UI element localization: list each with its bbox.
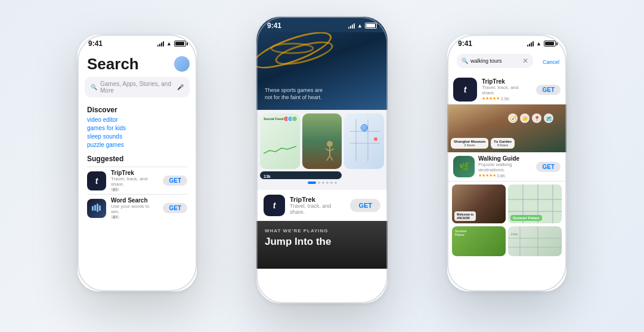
wifi-center-icon: ▲ bbox=[357, 23, 363, 29]
walking-guide-count: 3.8K bbox=[497, 174, 505, 178]
right-triptrek-icon: t bbox=[453, 78, 477, 102]
discover-link-4[interactable]: puzzle games bbox=[87, 142, 187, 148]
triptrek-get-button[interactable]: GET bbox=[163, 176, 187, 186]
battery-center-icon bbox=[365, 23, 377, 29]
right-search-bar[interactable]: 🔍 walking tours ✕ bbox=[457, 54, 533, 68]
signal-right-icon bbox=[527, 41, 534, 47]
walking-hero: Shanghai Museum 2 hours Yu Garden 9 hour… bbox=[447, 104, 566, 152]
right-search-value: walking tours bbox=[470, 58, 520, 64]
feed-chart bbox=[264, 145, 296, 157]
scroll-dot-active bbox=[308, 182, 316, 184]
wordsearch-rating: 4+ bbox=[111, 215, 158, 219]
center-triptrek-name: TripTrek bbox=[290, 196, 345, 203]
right-search-row: 🔍 walking tours ✕ Cancel bbox=[447, 50, 566, 75]
svg-text:☀️: ☀️ bbox=[522, 115, 529, 122]
discover-link-2[interactable]: games for kids bbox=[87, 125, 187, 131]
right-clear-button[interactable]: ✕ bbox=[522, 57, 528, 65]
scroll-dot-2 bbox=[322, 182, 324, 184]
time-center: 9:41 bbox=[267, 21, 281, 30]
what-title: Jump Into the bbox=[265, 236, 379, 248]
center-cards-area: Social Feed bbox=[256, 110, 388, 190]
scroll-dot-4 bbox=[330, 182, 333, 184]
walking-get-button[interactable]: GET bbox=[536, 162, 561, 172]
walking-guide-row: 🌿 Walking Guide Popular walking destinat… bbox=[447, 152, 566, 182]
battery-right-icon bbox=[544, 41, 556, 47]
walking-guide-rating: ★★★★★ 3.8K bbox=[478, 173, 532, 178]
wordsearch-badge: 4+ bbox=[111, 215, 119, 219]
phone-center: 9:41 ▲ These sports games are not for th… bbox=[256, 17, 388, 303]
wave-label: 13k bbox=[264, 174, 271, 179]
shanghai-marker: Shanghai Museum 2 hours bbox=[451, 138, 488, 149]
right-triptrek-sub: Travel, track, and share. bbox=[482, 85, 531, 96]
status-icons-center: ▲ bbox=[348, 23, 377, 29]
walking-guide-stars: ★★★★★ bbox=[478, 173, 496, 178]
wave-svg bbox=[260, 171, 342, 180]
search-placeholder: Games, Apps, Stories, and More bbox=[100, 81, 174, 94]
wordsearch-icon bbox=[87, 199, 106, 218]
discover-section: Discover video editor games for kids sle… bbox=[78, 103, 197, 152]
status-bar-left: 9:41 ▲ bbox=[78, 35, 197, 50]
svg-rect-1 bbox=[94, 205, 96, 211]
discover-title: Discover bbox=[87, 106, 187, 114]
discover-link-3[interactable]: sleep sounds bbox=[87, 133, 187, 140]
avatar-cluster bbox=[285, 116, 298, 122]
svg-line-10 bbox=[330, 156, 333, 161]
wifi-icon: ▲ bbox=[166, 41, 172, 47]
svg-point-5 bbox=[327, 141, 333, 147]
what-section: WHAT WE'RE PLAYING Jump Into the bbox=[256, 221, 388, 269]
scroll-dot-3 bbox=[326, 182, 329, 184]
wordsearch-get-button[interactable]: GET bbox=[163, 203, 187, 213]
scroll-dot-5 bbox=[335, 182, 337, 184]
svg-rect-3 bbox=[99, 205, 101, 211]
city-nav-icons: 🧭 ☀️ 📍 🗺️ bbox=[507, 109, 555, 127]
summer-palace-card: SummerPalace bbox=[452, 226, 506, 256]
svg-text:2 km: 2 km bbox=[511, 232, 518, 236]
right-cancel-button[interactable]: Cancel bbox=[539, 59, 563, 65]
left-phone-content: Search 🔍 Games, Apps, Stories, and More … bbox=[78, 50, 197, 291]
center-triptrek-icon: t bbox=[264, 195, 285, 216]
status-bar-right: 9:41 ▲ bbox=[447, 35, 566, 50]
wifi-right-icon: ▲ bbox=[536, 41, 541, 47]
walking-guide-name: Walking Guide bbox=[478, 155, 532, 162]
suggested-title: Suggested bbox=[87, 155, 187, 163]
center-get-button[interactable]: GET bbox=[350, 199, 380, 212]
phone-right: 9:41 ▲ 🔍 walking tours ✕ Cancel bbox=[447, 35, 566, 291]
svg-text:📍: 📍 bbox=[534, 115, 541, 122]
walking-guide-sub: Popular walking destinations. bbox=[478, 162, 532, 173]
right-triptrek-get-button[interactable]: GET bbox=[536, 85, 561, 95]
right-triptrek-count: 2.5K bbox=[501, 97, 509, 101]
search-icon: 🔍 bbox=[91, 84, 97, 90]
shanghai-sub: 2 hours bbox=[454, 143, 485, 147]
triptrek-name: TripTrek bbox=[111, 170, 158, 176]
triptrek-icon: t bbox=[87, 171, 106, 190]
time-left: 9:41 bbox=[88, 39, 103, 48]
signal-icon bbox=[157, 41, 164, 47]
search-bar[interactable]: 🔍 Games, Apps, Stories, and More 🎤 bbox=[85, 77, 190, 97]
svg-line-9 bbox=[327, 156, 330, 161]
right-more-grid: SummerPalace 2 km bbox=[447, 226, 566, 259]
right-triptrek-row: t TripTrek Travel, track, and share. ★★★… bbox=[447, 75, 566, 104]
center-triptrek-sub: Travel, track, and share. bbox=[290, 203, 345, 215]
center-triptrek-row: t TripTrek Travel, track, and share. GET bbox=[256, 190, 388, 221]
right-triptrek-name: TripTrek bbox=[482, 78, 531, 85]
time-right: 9:41 bbox=[458, 39, 472, 48]
scroll-dots bbox=[260, 179, 384, 186]
mini-chart bbox=[264, 145, 296, 156]
wordsearch-svg bbox=[91, 202, 103, 214]
discover-link-1[interactable]: video editor bbox=[87, 116, 187, 123]
triptrek-info: TripTrek Travel, track, and share. 4+ bbox=[111, 170, 158, 192]
triptrek-subtitle: Travel, track, and share. bbox=[111, 176, 158, 187]
svg-rect-2 bbox=[97, 204, 98, 212]
triptrek-rating: 4+ bbox=[111, 187, 158, 192]
svg-text:🧭: 🧭 bbox=[510, 115, 517, 122]
what-label: WHAT WE'RE PLAYING bbox=[265, 228, 379, 233]
app-row-triptrek: t TripTrek Travel, track, and share. 4+ … bbox=[87, 167, 187, 194]
city-photo-card: Welcome toANCHOR bbox=[452, 185, 506, 223]
landmark-markers: Shanghai Museum 2 hours Yu Garden 9 hour… bbox=[447, 138, 566, 149]
scroll-dot-1 bbox=[318, 182, 320, 184]
svg-line-8 bbox=[330, 149, 334, 151]
avatar bbox=[174, 56, 190, 72]
map-svg bbox=[344, 113, 384, 169]
summer-palace-label: Summer Palace bbox=[510, 215, 542, 221]
triptrek-badge: 4+ bbox=[111, 187, 119, 192]
